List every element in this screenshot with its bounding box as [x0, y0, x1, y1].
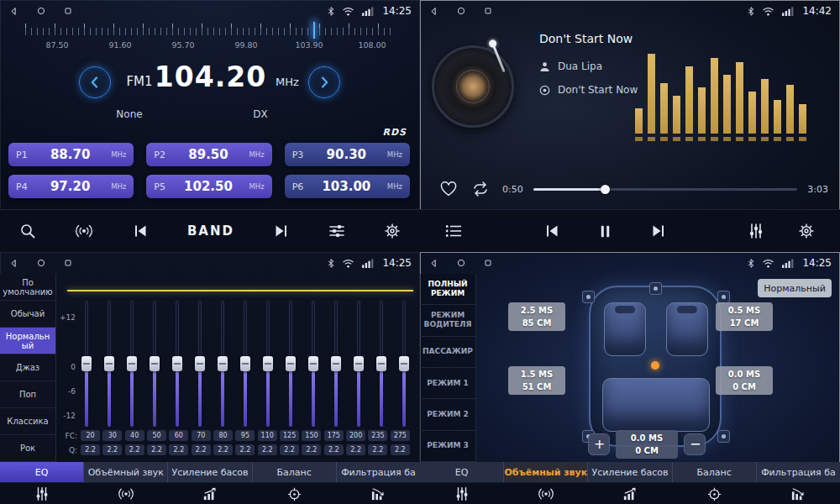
repeat-button[interactable]: [469, 180, 492, 198]
settings-button[interactable]: [381, 219, 404, 243]
balance-tab-icon[interactable]: [252, 483, 336, 504]
eq-band-slider[interactable]: [307, 301, 319, 427]
mode-passenger[interactable]: ПАССАЖИР: [420, 337, 475, 368]
eq-band-slider[interactable]: [194, 301, 206, 427]
tab-bass-boost[interactable]: Усиление басов: [588, 462, 672, 482]
surround-tab-icon[interactable]: [504, 483, 588, 504]
eq-preset-item[interactable]: Поп: [0, 381, 55, 408]
recents-icon[interactable]: [483, 6, 493, 16]
eq-band-slider[interactable]: [103, 301, 115, 427]
eq-band-slider[interactable]: [375, 301, 387, 427]
eq-tab-icon[interactable]: [0, 483, 84, 504]
eq-preset-item[interactable]: Нормальный: [0, 328, 55, 354]
mode-full[interactable]: ПОЛНЫЙ РЕЖИМ: [420, 274, 475, 305]
back-icon[interactable]: [428, 6, 439, 17]
preset-p4[interactable]: P4 97.20 MHz: [8, 175, 134, 198]
tab-bass-boost[interactable]: Усиление басов: [168, 462, 252, 482]
artist-row: Dua Lipa: [539, 60, 602, 72]
next-station-button[interactable]: [270, 219, 293, 243]
filter-tab-icon[interactable]: [336, 483, 420, 504]
eq-band-slider[interactable]: [239, 301, 251, 427]
tab-balance[interactable]: Баланс: [253, 462, 337, 482]
home-icon[interactable]: [456, 258, 466, 268]
eq-band-slider[interactable]: [126, 301, 138, 427]
bass-boost-tab-icon[interactable]: [168, 483, 252, 504]
radio-toolbar: BAND: [0, 209, 420, 252]
playlist-button[interactable]: [442, 221, 465, 241]
q-value: 2.2: [192, 444, 211, 455]
next-track-button[interactable]: [647, 219, 670, 243]
recents-icon[interactable]: [63, 6, 73, 16]
eq-band-slider[interactable]: [81, 301, 92, 427]
band-button[interactable]: BAND: [184, 220, 238, 242]
back-icon[interactable]: [428, 258, 439, 269]
tab-surround[interactable]: Объёмный звук: [504, 462, 588, 482]
mode-3[interactable]: РЕЖИМ 3: [420, 431, 475, 462]
preset-p5[interactable]: P5 102.50 MHz: [146, 175, 271, 198]
eq-band-slider[interactable]: [353, 301, 365, 427]
mode-1[interactable]: РЕЖИМ 1: [420, 368, 475, 399]
broadcast-button[interactable]: [71, 220, 97, 242]
pause-button[interactable]: [594, 220, 617, 243]
eq-band-slider[interactable]: [171, 301, 183, 427]
eq-band-slider[interactable]: [262, 301, 274, 427]
delay-front-right[interactable]: 0.5 MS 17 CM: [716, 302, 773, 331]
preset-number: P6: [292, 181, 311, 192]
delay-rear-right[interactable]: 0.0 MS 0 CM: [716, 366, 773, 395]
tab-filter[interactable]: Фильтрация ба: [757, 462, 840, 482]
eq-band-slider[interactable]: [285, 301, 297, 427]
scan-stations-button[interactable]: [16, 219, 39, 243]
preset-p6[interactable]: P6 103.00 MHz: [285, 175, 410, 198]
delay-rear-left[interactable]: 1.5 MS 51 CM: [508, 366, 565, 395]
mode-2[interactable]: РЕЖИМ 2: [420, 399, 475, 430]
preset-p2[interactable]: P2 89.50 MHz: [146, 143, 271, 166]
favorite-button[interactable]: [438, 180, 459, 198]
tab-surround[interactable]: Объёмный звук: [84, 462, 168, 482]
prev-track-button[interactable]: [540, 219, 564, 243]
prev-station-button[interactable]: [129, 219, 152, 243]
preset-p1[interactable]: P1 88.70 MHz: [8, 143, 134, 166]
home-icon[interactable]: [456, 6, 466, 16]
bass-boost-tab-icon[interactable]: [588, 483, 672, 504]
back-icon[interactable]: [8, 6, 19, 17]
home-icon[interactable]: [36, 6, 46, 16]
delay-increase-button[interactable]: +: [588, 433, 610, 455]
recents-icon[interactable]: [63, 258, 73, 268]
tab-eq[interactable]: EQ: [420, 462, 504, 482]
surround-tab-icon[interactable]: [84, 483, 168, 504]
tune-up-button[interactable]: [308, 66, 340, 98]
audio-settings-button[interactable]: [325, 219, 349, 243]
sound-preset-button[interactable]: Нормальный: [758, 279, 832, 297]
eq-preset-item[interactable]: Обычай: [0, 301, 55, 328]
eq-band-slider[interactable]: [398, 301, 410, 427]
settings-button[interactable]: [795, 219, 818, 243]
eq-band-slider[interactable]: [149, 301, 160, 427]
progress-knob[interactable]: [601, 185, 610, 194]
filter-tab-icon[interactable]: [756, 483, 840, 504]
eq-preset-item[interactable]: По умолчанию: [0, 274, 55, 301]
tab-balance[interactable]: Баланс: [673, 462, 757, 482]
progress-bar[interactable]: [533, 188, 798, 191]
equalizer-button[interactable]: [744, 219, 768, 243]
home-icon[interactable]: [36, 258, 46, 268]
eq-tab-icon[interactable]: [420, 483, 504, 504]
delay-front-left[interactable]: 2.5 MS 85 CM: [508, 302, 565, 331]
fc-value: 235: [368, 430, 387, 441]
mode-driver[interactable]: РЕЖИМ ВОДИТЕЛЯ: [420, 305, 475, 336]
tab-eq[interactable]: EQ: [0, 462, 84, 482]
q-value: 2.2: [235, 444, 255, 455]
balance-tab-icon[interactable]: [672, 483, 756, 504]
eq-band-slider[interactable]: [217, 301, 228, 427]
tab-filter[interactable]: Фильтрация ба: [337, 462, 420, 482]
eq-preset-item[interactable]: Джаз: [0, 354, 55, 381]
eq-preset-item[interactable]: Классика: [0, 408, 55, 435]
preset-p3[interactable]: P3 90.30 MHz: [285, 143, 410, 166]
frequency-ruler[interactable]: 87.50 91.60 95.70 99.80 103.90 108.00: [25, 24, 395, 54]
eq-band-slider[interactable]: [330, 301, 342, 427]
delay-decrease-button[interactable]: −: [684, 433, 706, 455]
listening-position-dot[interactable]: [651, 361, 659, 370]
tune-down-button[interactable]: [79, 66, 111, 98]
eq-preset-item[interactable]: Рок: [0, 435, 55, 462]
recents-icon[interactable]: [483, 258, 493, 268]
back-icon[interactable]: [8, 258, 19, 269]
